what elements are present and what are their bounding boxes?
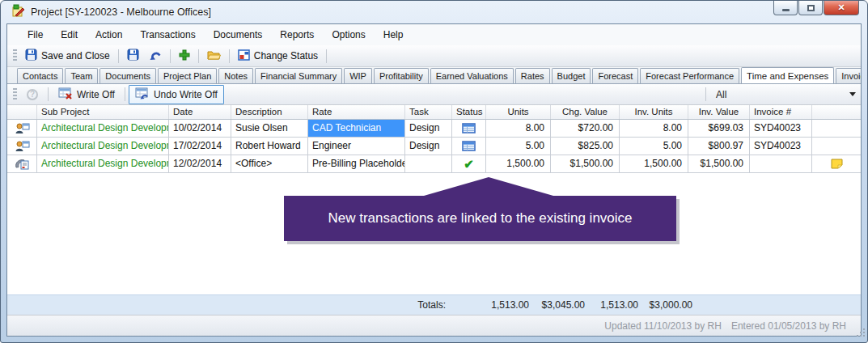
add-button[interactable] bbox=[174, 47, 195, 66]
cell-rate[interactable]: Engineer bbox=[308, 138, 405, 155]
action-bar-separator bbox=[48, 87, 49, 101]
tab-invoices[interactable]: Invoices bbox=[836, 68, 861, 83]
tab-forecast-performance[interactable]: Forecast Performance bbox=[640, 68, 739, 83]
tab-team[interactable]: Team bbox=[65, 68, 98, 83]
col-row-icon[interactable] bbox=[7, 105, 37, 119]
menu-edit[interactable]: Edit bbox=[52, 26, 87, 44]
cell-invoice-no[interactable]: SYD40023 bbox=[750, 120, 812, 137]
undo-write-off-button[interactable]: Undo Write Off bbox=[129, 85, 224, 104]
tab-forecast[interactable]: Forecast bbox=[592, 68, 638, 83]
cell-date[interactable]: 10/02/2014 bbox=[169, 120, 231, 137]
menu-documents[interactable]: Documents bbox=[205, 26, 272, 44]
tab-wip[interactable]: WIP bbox=[344, 68, 372, 83]
tab-budget[interactable]: Budget bbox=[552, 68, 591, 83]
col-task[interactable]: Task bbox=[405, 105, 452, 119]
menu-options[interactable]: Options bbox=[323, 26, 374, 44]
callout-arrow-icon bbox=[424, 177, 553, 196]
cell-invoice-no[interactable] bbox=[750, 155, 812, 172]
cell-inv-value[interactable]: $800.97 bbox=[688, 138, 750, 155]
save-and-close-label: Save and Close bbox=[41, 50, 110, 61]
col-sub-project[interactable]: Sub Project bbox=[37, 105, 169, 119]
tab-rates[interactable]: Rates bbox=[515, 68, 550, 83]
cell-notes[interactable] bbox=[812, 120, 861, 137]
cell-sub-project[interactable]: Architectural Design Development bbox=[37, 138, 169, 155]
cell-sub-project[interactable]: Architectural Design Development bbox=[37, 155, 169, 172]
write-off-button[interactable]: Write Off bbox=[52, 85, 121, 104]
cell-task[interactable]: Design bbox=[405, 138, 452, 155]
table-row[interactable]: Architectural Design Development 17/02/2… bbox=[7, 138, 861, 155]
action-bar-grip[interactable] bbox=[13, 88, 17, 101]
menu-reports[interactable]: Reports bbox=[271, 26, 323, 44]
toolbar-grip[interactable] bbox=[13, 49, 17, 62]
col-rate[interactable]: Rate bbox=[308, 105, 405, 119]
tab-earned-valuations[interactable]: Earned Valuations bbox=[430, 68, 514, 83]
cell-units[interactable]: 1,500.00 bbox=[486, 155, 551, 172]
note-icon[interactable] bbox=[812, 155, 861, 172]
col-chg-value[interactable]: Chg. Value bbox=[551, 105, 620, 119]
save-and-close-button[interactable]: Save and Close bbox=[20, 46, 115, 66]
cell-units[interactable]: 8.00 bbox=[486, 120, 551, 137]
tab-contacts[interactable]: Contacts bbox=[17, 68, 63, 83]
minimize-button[interactable] bbox=[773, 1, 798, 15]
callout-text: New transactions are linked to the exist… bbox=[328, 210, 632, 227]
menu-file[interactable]: File bbox=[19, 26, 52, 44]
cell-rate[interactable]: Pre-Billing Placeholder bbox=[308, 155, 405, 172]
menu-help[interactable]: Help bbox=[375, 26, 413, 44]
help-icon: ? bbox=[27, 89, 38, 100]
cell-task[interactable]: Design bbox=[405, 120, 452, 137]
resize-grip[interactable] bbox=[855, 326, 866, 341]
cell-sub-project[interactable]: Architectural Design Development bbox=[37, 120, 169, 137]
save-icon bbox=[25, 49, 37, 63]
cell-units[interactable]: 5.00 bbox=[486, 138, 551, 155]
tab-profitability[interactable]: Profitability bbox=[374, 68, 429, 83]
cell-date[interactable]: 17/02/2014 bbox=[169, 138, 231, 155]
tab-notes[interactable]: Notes bbox=[218, 68, 253, 83]
cell-inv-units[interactable]: 8.00 bbox=[620, 120, 688, 137]
approved-check-icon[interactable]: ✔ bbox=[452, 155, 486, 172]
cell-rate-selected[interactable]: CAD Technician bbox=[308, 120, 405, 137]
help-button[interactable]: ? bbox=[20, 87, 44, 103]
cell-description[interactable]: Robert Howard bbox=[231, 138, 308, 155]
cell-task[interactable] bbox=[405, 155, 452, 172]
cell-inv-units[interactable]: 1,500.00 bbox=[620, 155, 688, 172]
table-row[interactable]: Architectural Design Development 12/02/2… bbox=[7, 155, 861, 173]
change-status-button[interactable]: Change Status bbox=[233, 47, 323, 66]
tab-time-and-expenses[interactable]: Time and Expenses bbox=[741, 67, 834, 84]
title-bar[interactable]: Project [SY-120023 - Melbourne Offices] bbox=[1, 1, 867, 23]
status-filter-dropdown[interactable]: All bbox=[702, 87, 856, 101]
cell-inv-value[interactable]: $699.03 bbox=[688, 120, 750, 137]
invoiced-status-icon[interactable] bbox=[452, 138, 486, 155]
col-units[interactable]: Units bbox=[486, 105, 551, 119]
col-notes[interactable] bbox=[812, 105, 861, 119]
cell-chg-value[interactable]: $1,500.00 bbox=[551, 155, 620, 172]
cell-chg-value[interactable]: $825.00 bbox=[551, 138, 620, 155]
col-inv-units[interactable]: Inv. Units bbox=[620, 105, 688, 119]
menu-bar: File Edit Action Transactions Documents … bbox=[7, 24, 861, 45]
col-status[interactable]: Status bbox=[452, 105, 486, 119]
col-description[interactable]: Description bbox=[231, 105, 308, 119]
cell-date[interactable]: 12/02/2014 bbox=[169, 155, 231, 172]
tab-documents[interactable]: Documents bbox=[100, 68, 156, 83]
tab-project-plan[interactable]: Project Plan bbox=[158, 68, 217, 83]
cell-invoice-no[interactable]: SYD40023 bbox=[750, 138, 812, 155]
close-button[interactable]: ✕ bbox=[824, 1, 859, 15]
menu-transactions[interactable]: Transactions bbox=[131, 26, 204, 44]
cell-chg-value[interactable]: $720.00 bbox=[551, 120, 620, 137]
table-row[interactable]: Architectural Design Development 10/02/2… bbox=[7, 120, 861, 138]
cell-inv-units[interactable]: 5.00 bbox=[620, 138, 688, 155]
menu-action[interactable]: Action bbox=[87, 26, 131, 44]
maximize-button[interactable] bbox=[798, 1, 823, 15]
open-button[interactable] bbox=[202, 47, 226, 65]
save-button[interactable] bbox=[122, 46, 144, 66]
invoiced-status-icon[interactable] bbox=[452, 120, 486, 137]
cell-notes[interactable] bbox=[812, 138, 861, 155]
col-date[interactable]: Date bbox=[169, 105, 231, 119]
cell-inv-value[interactable]: $1,500.00 bbox=[688, 155, 750, 172]
col-invoice-no[interactable]: Invoice # bbox=[750, 105, 812, 119]
status-entered: Entered 01/05/2013 by RH bbox=[731, 320, 846, 332]
cell-description[interactable]: Susie Olsen bbox=[231, 120, 308, 137]
tab-financial-summary[interactable]: Financial Summary bbox=[255, 68, 342, 83]
undo-button[interactable] bbox=[144, 47, 167, 66]
cell-description[interactable]: <Office> bbox=[231, 155, 308, 172]
col-inv-value[interactable]: Inv. Value bbox=[688, 105, 750, 119]
